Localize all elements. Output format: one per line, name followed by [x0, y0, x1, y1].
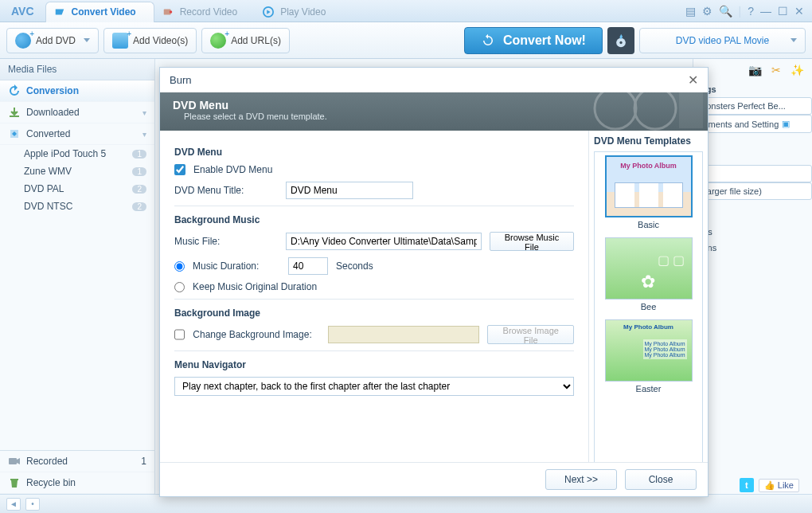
dropdown-label: DVD video PAL Movie [676, 35, 769, 46]
refresh-icon [481, 33, 495, 48]
settings-file[interactable]: Monsters Perfect Be... [693, 97, 812, 115]
scissors-icon[interactable]: ✂ [771, 64, 781, 76]
menu-navigator-select[interactable]: Play next chapter, back to the first cha… [174, 377, 574, 396]
tab-record-video[interactable]: Record Video [154, 2, 256, 22]
download-icon [8, 106, 21, 119]
svg-rect-10 [679, 92, 703, 128]
maximize-icon[interactable]: ☐ [778, 5, 788, 18]
template-label: Bee [641, 302, 657, 311]
change-bg-label: Change Background Image: [193, 329, 320, 340]
svg-rect-5 [9, 458, 17, 464]
folder-icon[interactable]: ▣ [782, 119, 790, 129]
next-button[interactable]: Next >> [545, 469, 617, 490]
svg-point-1 [169, 10, 172, 14]
music-duration-radio[interactable] [174, 261, 185, 272]
list-icon[interactable]: ▤ [685, 5, 696, 18]
sidebar-header: Media Files [0, 59, 154, 80]
browse-music-button[interactable]: Browse Music File [490, 232, 574, 251]
templates-header: DVD Menu Templates [594, 135, 703, 147]
enable-dvd-menu-checkbox[interactable] [174, 164, 185, 175]
count-badge: 2 [132, 185, 146, 194]
search-icon[interactable]: 🔍 [719, 5, 732, 18]
record-icon [162, 6, 174, 18]
template-label: Basic [638, 220, 659, 229]
settings-quality[interactable]: (Larger file size) [693, 182, 812, 200]
prev-button[interactable]: ◄ [6, 498, 21, 511]
facebook-like-button[interactable]: 👍 Like [759, 479, 799, 492]
count-badge: 1 [132, 150, 146, 159]
chevron-down-icon: ▾ [142, 108, 146, 117]
change-bg-checkbox[interactable] [174, 329, 185, 340]
tab-label: Convert Video [72, 6, 136, 18]
toolbar: Add DVD Add Video(s) Add URL(s) Convert … [0, 22, 812, 59]
sidebar-sub-item[interactable]: Apple iPod Touch 51 [0, 145, 154, 163]
seconds-label: Seconds [336, 260, 373, 272]
settings-value: 30 [693, 149, 812, 165]
button-label: Add Video(s) [133, 35, 188, 46]
minimize-icon[interactable]: — [760, 5, 771, 18]
help-icon[interactable]: ? [748, 5, 754, 18]
sidebar-item-recycle[interactable]: Recycle bin [0, 472, 154, 494]
close-icon[interactable]: ✕ [688, 72, 698, 88]
templates-list[interactable]: Basic Bee Easter [594, 151, 703, 462]
count-badge: 1 [141, 456, 146, 467]
sidebar-label: Recorded [26, 456, 68, 467]
browse-image-button[interactable]: Browse Image File [487, 325, 574, 344]
sidebar-item-converted[interactable]: Converted ▾ [0, 123, 154, 145]
settings-row: tions [693, 240, 812, 256]
preview-toolbar: 📷 ✂ ✨ [693, 59, 812, 81]
template-label: Easter [636, 384, 662, 394]
section-menu-navigator: Menu Navigator [174, 359, 574, 370]
tab-label: Record Video [180, 6, 238, 18]
template-bee[interactable]: Bee [598, 237, 699, 311]
settings-header: ings [693, 81, 812, 97]
close-icon[interactable]: ✕ [794, 5, 804, 18]
convert-icon [54, 6, 65, 18]
sidebar-item-downloaded[interactable]: Downloaded ▾ [0, 102, 154, 123]
trash-icon [8, 476, 21, 489]
sidebar-label: Downloaded [26, 107, 80, 118]
dialog-footer: Next >> Close [160, 462, 708, 496]
convert-now-button[interactable]: Convert Now! [464, 27, 603, 54]
next-button[interactable]: • [25, 498, 40, 511]
add-dvd-button[interactable]: Add DVD [6, 28, 99, 53]
add-urls-button[interactable]: Add URL(s) [201, 28, 290, 53]
sidebar-sub-item[interactable]: DVD NTSC2 [0, 198, 154, 215]
sidebar-sub-item[interactable]: Zune WMV1 [0, 163, 154, 180]
camera-icon[interactable]: 📷 [748, 64, 762, 76]
template-easter[interactable]: Easter [598, 319, 699, 394]
add-videos-button[interactable]: Add Video(s) [103, 28, 197, 53]
output-profile-dropdown[interactable]: DVD video PAL Movie [639, 28, 806, 53]
sub-label: Apple iPod Touch 5 [24, 148, 106, 159]
chevron-down-icon: ▾ [142, 130, 146, 139]
sidebar-sub-item[interactable]: DVD PAL2 [0, 180, 154, 198]
svg-point-9 [634, 92, 676, 129]
app-logo: AVC [0, 5, 45, 18]
close-button[interactable]: Close [625, 469, 697, 490]
twitter-icon[interactable]: t [740, 478, 754, 492]
settings-value[interactable]: 76 [693, 165, 812, 182]
keep-original-radio[interactable] [174, 282, 185, 292]
settings-path[interactable]: cuments and Setting ▣ [693, 115, 812, 133]
sub-label: DVD PAL [24, 183, 64, 194]
tab-convert-video[interactable]: Convert Video [45, 2, 154, 22]
wand-icon[interactable]: ✨ [791, 64, 804, 76]
tab-play-video[interactable]: Play Video [255, 2, 343, 22]
svg-point-8 [595, 92, 636, 129]
title-label: DVD Menu Title: [174, 185, 278, 196]
dvd-menu-title-input[interactable] [286, 182, 413, 199]
sidebar-item-conversion[interactable]: Conversion [0, 80, 154, 102]
sub-label: Zune WMV [24, 166, 72, 177]
gear-icon[interactable]: ⚙ [702, 5, 712, 18]
sidebar-label: Converted [26, 128, 70, 139]
duration-label: Music Duration: [193, 260, 280, 272]
template-basic[interactable]: Basic [598, 155, 699, 229]
dialog-title: Burn [170, 74, 191, 86]
sidebar-item-recorded[interactable]: Recorded 1 [0, 450, 154, 472]
music-file-label: Music File: [174, 236, 278, 247]
music-duration-input[interactable] [288, 257, 328, 275]
sub-label: DVD NTSC [24, 201, 72, 212]
burn-button[interactable] [607, 27, 634, 54]
dialog-titlebar: Burn ✕ [160, 68, 708, 92]
music-file-input[interactable] [286, 233, 482, 250]
